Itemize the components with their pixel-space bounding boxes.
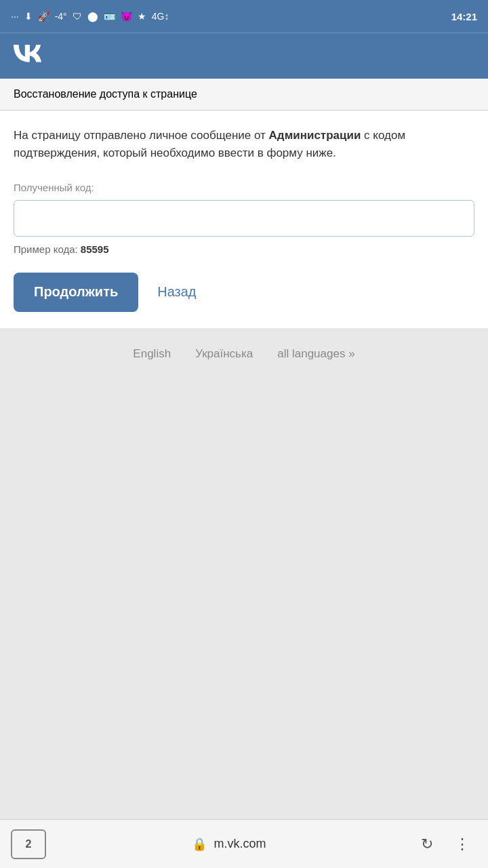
description-bold: Администрации xyxy=(269,129,361,142)
continue-button[interactable]: Продолжить xyxy=(14,273,138,312)
url-text: m.vk.com xyxy=(214,837,266,851)
cloud-icon: ⬤ xyxy=(87,11,98,22)
back-button[interactable]: Назад xyxy=(157,284,196,300)
signal-icon: 4G↕ xyxy=(152,11,169,22)
refresh-button[interactable]: ↻ xyxy=(412,829,442,859)
lang-ukrainian[interactable]: Українська xyxy=(195,347,253,361)
download-icon: ⬇ xyxy=(24,11,33,22)
browser-actions: ↻ ⋮ xyxy=(412,829,477,859)
status-bar: ··· ⬇ 🚀 -4° 🛡 ⬤ 🪪 😈 ★ 4G↕ 14:21 xyxy=(0,0,488,33)
menu-button[interactable]: ⋮ xyxy=(447,829,477,859)
description-text: На страницу отправлено личное сообщение … xyxy=(14,127,474,163)
code-field-label: Полученный код: xyxy=(14,182,474,193)
button-row: Продолжить Назад xyxy=(14,273,474,312)
notification-icon: ··· xyxy=(11,11,19,22)
browser-bar: 2 🔒 m.vk.com ↻ ⋮ xyxy=(0,819,488,868)
vk-logo xyxy=(14,45,43,67)
id-icon: 🪪 xyxy=(104,11,115,22)
lock-icon: 🔒 xyxy=(192,837,207,852)
temp-display: -4° xyxy=(55,11,67,22)
code-hint: Пример кода: 85595 xyxy=(14,243,474,255)
lang-english[interactable]: English xyxy=(133,347,171,361)
rocket-icon: 🚀 xyxy=(38,11,49,22)
shield-icon: 🛡 xyxy=(73,11,82,22)
description-part1: На страницу отправлено личное сообщение … xyxy=(14,129,269,142)
page-title-bar: Восстановление доступа к странице xyxy=(0,79,488,111)
url-bar[interactable]: 🔒 m.vk.com xyxy=(46,837,412,852)
main-content: На страницу отправлено личное сообщение … xyxy=(0,111,488,328)
face-icon: 😈 xyxy=(121,11,132,22)
language-footer: English Українська all languages » xyxy=(0,328,488,380)
code-hint-label: Пример кода: xyxy=(14,243,81,255)
background-spacer xyxy=(0,380,488,819)
code-input[interactable] xyxy=(14,200,474,237)
status-icons: ··· ⬇ 🚀 -4° 🛡 ⬤ 🪪 😈 ★ 4G↕ xyxy=(11,11,169,22)
app-header xyxy=(0,33,488,79)
tab-count[interactable]: 2 xyxy=(11,829,46,859)
page-title: Восстановление доступа к странице xyxy=(14,88,197,100)
lang-all[interactable]: all languages » xyxy=(277,347,354,361)
code-hint-value: 85595 xyxy=(81,243,109,255)
star-icon: ★ xyxy=(138,11,146,22)
time-display: 14:21 xyxy=(451,11,477,22)
